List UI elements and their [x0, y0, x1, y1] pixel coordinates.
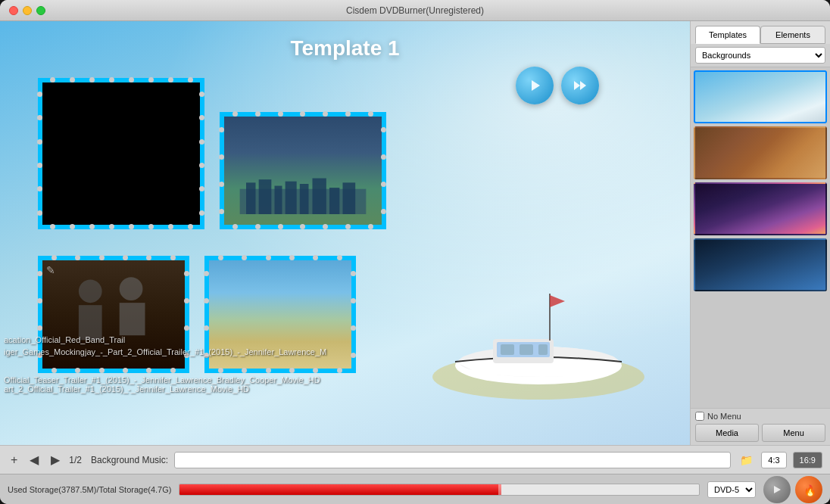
panel-bottom-section: No Menu Media Menu	[691, 408, 830, 445]
maximize-button[interactable]	[36, 6, 45, 15]
burn-action-button[interactable]: 🔥	[795, 476, 822, 503]
backgrounds-dropdown[interactable]: Backgrounds	[695, 47, 825, 64]
bottom-action-buttons: 🔥	[763, 476, 822, 503]
svg-rect-17	[286, 182, 297, 214]
main-window: Cisdem DVDBurner(Unregistered)	[0, 0, 830, 504]
preview-area: Template 1	[0, 21, 690, 445]
bg-thumbnail-2[interactable]	[694, 126, 827, 179]
close-button[interactable]	[9, 6, 18, 15]
fast-forward-button[interactable]	[561, 67, 599, 104]
svg-marker-11	[574, 81, 580, 90]
filename-2: iger_Games_Mockingjay_-_Part_2_Official_…	[4, 347, 686, 358]
panel-tabs: Templates Elements	[691, 21, 830, 44]
add-button[interactable]: +	[8, 452, 20, 468]
bg-thumbnail-1[interactable]	[694, 70, 827, 123]
no-menu-label: No Menu	[707, 412, 741, 421]
svg-point-22	[79, 279, 102, 303]
svg-rect-25	[120, 303, 145, 335]
svg-rect-21	[343, 182, 356, 214]
stamp-frame-1[interactable]	[38, 78, 204, 229]
menu-button[interactable]: Menu	[762, 424, 825, 442]
traffic-lights	[9, 6, 45, 15]
svg-point-24	[120, 277, 143, 300]
filename-3: Official_Teaser_Trailer_#1_(2015)_-_Jenn…	[4, 375, 686, 384]
no-menu-checkbox[interactable]	[695, 412, 704, 421]
titlebar: Cisdem DVDBurner(Unregistered)	[0, 0, 830, 21]
folder-button[interactable]: 📁	[737, 452, 755, 468]
ratio-169-button[interactable]: 16:9	[793, 452, 822, 468]
window-title: Cisdem DVDBurner(Unregistered)	[346, 5, 484, 16]
svg-rect-15	[259, 179, 272, 214]
template-title: Template 1	[290, 36, 399, 61]
storage-bar-container	[179, 484, 700, 496]
stamp-frame-2[interactable]	[220, 112, 386, 229]
bg-music-label: Background Music:	[91, 455, 168, 465]
media-menu-row: Media Menu	[695, 424, 825, 442]
filename-overlay-2: Official_Teaser_Trailer_#1_(2015)_-_Jenn…	[0, 375, 690, 394]
dvd-select[interactable]: DVD-5	[707, 481, 756, 498]
svg-marker-12	[580, 81, 586, 90]
main-content: Template 1	[0, 21, 830, 445]
media-button[interactable]: Media	[695, 424, 759, 442]
svg-marker-26	[774, 486, 781, 493]
tab-templates[interactable]: Templates	[695, 26, 760, 44]
right-panel: Templates Elements Backgrounds No Menu	[690, 21, 830, 445]
minimize-button[interactable]	[23, 6, 32, 15]
filename-1: acation_Official_Red_Band_Trail	[4, 334, 686, 346]
bottom-toolbar: + ◀ ▶ 1/2 Background Music: 📁 4:3 16:9	[0, 445, 830, 474]
svg-rect-19	[313, 179, 326, 215]
svg-marker-10	[532, 80, 540, 91]
prev-button[interactable]: ◀	[27, 451, 42, 468]
storage-label: Used Storage(3787.5M)/Total Storage(4.7G…	[8, 485, 171, 494]
play-button[interactable]	[516, 67, 554, 104]
bg-music-input[interactable]	[174, 452, 731, 468]
ratio-43-button[interactable]: 4:3	[761, 452, 786, 468]
thumbnail-grid	[691, 67, 830, 408]
play-controls	[516, 67, 599, 104]
panel-dropdown-row: Backgrounds	[691, 44, 830, 67]
filename-overlay: acation_Official_Red_Band_Trail iger_Gam…	[0, 334, 690, 358]
next-button[interactable]: ▶	[48, 451, 63, 468]
svg-rect-20	[329, 188, 339, 214]
filename-4: art_2_Official_Trailer_#1_(2015)_-_Jenni…	[4, 384, 686, 394]
svg-rect-18	[300, 184, 309, 214]
storage-bar-fill	[179, 484, 501, 495]
storage-bar-area: Used Storage(3787.5M)/Total Storage(4.7G…	[0, 474, 830, 504]
bg-thumbnail-4[interactable]	[694, 238, 827, 291]
page-indicator: 1/2	[69, 455, 82, 465]
no-menu-row: No Menu	[695, 412, 825, 421]
play-action-button[interactable]	[763, 476, 791, 503]
svg-marker-9	[550, 295, 565, 307]
svg-text:🔥: 🔥	[803, 484, 816, 497]
tab-elements[interactable]: Elements	[760, 26, 825, 44]
bg-thumbnail-3[interactable]	[694, 182, 827, 235]
svg-rect-14	[246, 182, 256, 214]
svg-rect-16	[275, 186, 282, 215]
